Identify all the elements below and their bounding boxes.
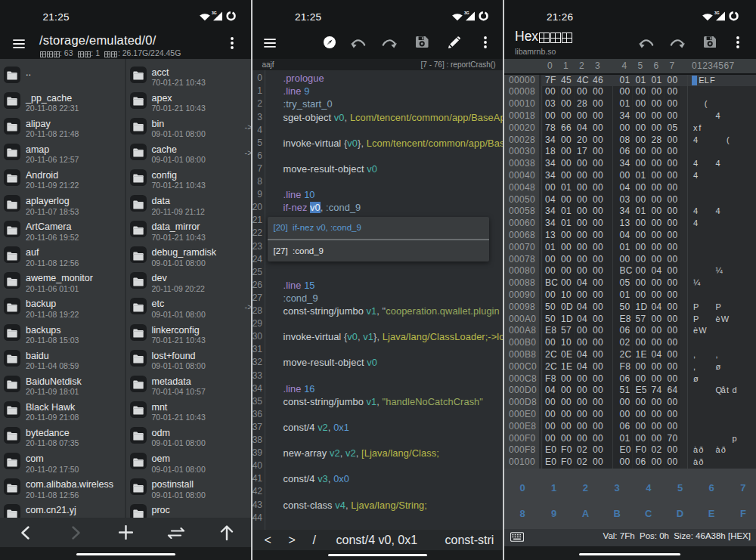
svg-text:3G: 3G [714, 11, 720, 15]
svg-text:3G: 3G [212, 11, 217, 15]
svg-text:3G: 3G [464, 11, 469, 15]
